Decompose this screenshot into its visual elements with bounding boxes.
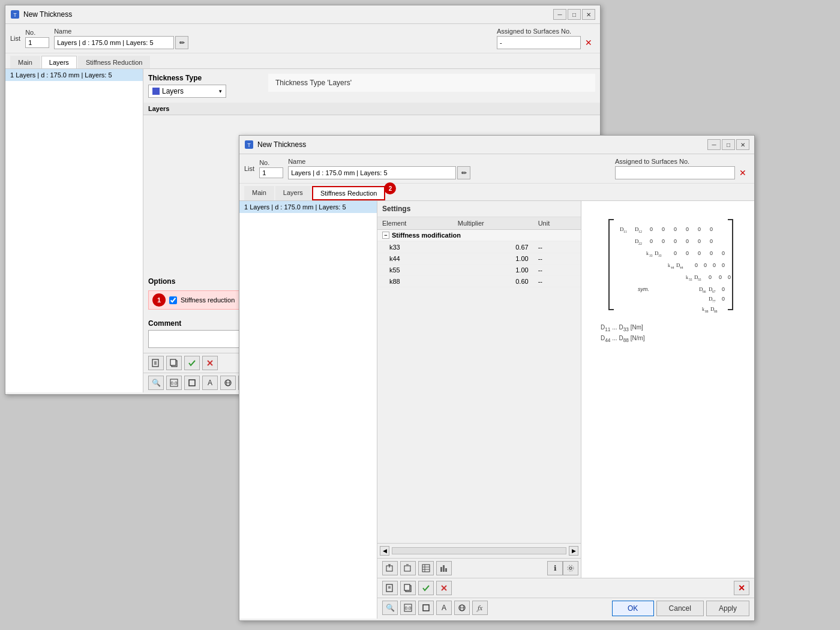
name-field-bg: Name ✏ [54, 28, 188, 49]
layers-icon [152, 88, 160, 95]
rect-icon-btn-fg[interactable] [418, 601, 434, 615]
number-icon-btn-bg[interactable]: 0.0 [166, 376, 182, 390]
apply-button[interactable]: Apply [706, 601, 749, 616]
layers-header: Layers [143, 103, 600, 115]
legend-line1: D11 ... D33 [Nm] [601, 324, 745, 332]
ok-button[interactable]: OK [612, 601, 654, 616]
svg-text:0: 0 [704, 262, 707, 268]
rect-icon-btn-bg[interactable] [184, 376, 200, 390]
no-input-fg[interactable] [259, 167, 283, 178]
minimize-btn-bg[interactable]: ─ [553, 9, 566, 20]
thickness-dropdown[interactable]: Layers ▾ [148, 85, 226, 98]
no-label-fg: No. [259, 159, 283, 166]
svg-text:0: 0 [722, 250, 725, 256]
svg-point-30 [569, 567, 572, 569]
copy-btn-bg[interactable] [166, 356, 182, 370]
surfaces-input-bg[interactable] [497, 36, 581, 49]
maximize-btn-fg[interactable]: □ [722, 139, 735, 150]
export-btn[interactable] [382, 561, 398, 575]
scroll-right-btn[interactable]: ▶ [569, 546, 578, 556]
group-label-stiffness: Stiffness modification [392, 232, 461, 239]
svg-text:k: k [668, 263, 670, 268]
tab-stiffness-wrapper: Stiffness Reduction 2 [312, 186, 387, 200]
window-controls-bg: ─ □ ✕ [553, 9, 595, 20]
close-btn-fg[interactable]: ✕ [736, 139, 749, 150]
svg-text:0: 0 [686, 250, 689, 256]
close-btn-bg[interactable]: ✕ [582, 9, 595, 20]
cell-k33-multiplier[interactable]: 0.67 [453, 242, 533, 253]
list-item-fg-1[interactable]: 1 Layers | d : 175.0 mm | Layers: 5 [239, 201, 377, 213]
minimize-btn-fg[interactable]: ─ [707, 139, 721, 150]
tab-layers-fg[interactable]: Layers [275, 186, 311, 200]
surfaces-label-bg: Assigned to Surfaces No. [497, 28, 595, 35]
svg-rect-23 [422, 565, 430, 572]
name-input-fg[interactable] [288, 166, 456, 179]
svg-text:0: 0 [695, 262, 698, 268]
name-input-bg[interactable] [54, 36, 174, 49]
globe-icon-btn-fg[interactable] [454, 601, 470, 615]
new-btn-bg[interactable] [148, 356, 164, 370]
check-ok-btn-fg[interactable] [418, 581, 434, 595]
cell-k55-multiplier[interactable]: 1.00 [453, 265, 533, 276]
stiffness-reduction-checkbox[interactable] [169, 296, 177, 304]
search-icon-btn-bg[interactable]: 🔍 [148, 376, 164, 390]
pin-btn-bg[interactable]: ✕ [582, 36, 595, 49]
svg-text:22: 22 [638, 242, 642, 245]
info-toolbar [380, 559, 454, 578]
legend-line2: D44 ... D88 [N/m] [601, 335, 745, 343]
collapse-btn[interactable]: − [382, 232, 389, 239]
settings2-btn[interactable] [563, 561, 578, 575]
settings-table: Element Multiplier Unit [377, 217, 581, 287]
scroll-left-btn[interactable]: ◀ [380, 546, 389, 556]
scroll-track[interactable] [392, 547, 566, 554]
number-icon-btn-fg[interactable]: 0.0 [400, 601, 416, 615]
table-view-btn[interactable] [418, 561, 434, 575]
export2-btn[interactable] [400, 561, 416, 575]
name-edit-btn-bg[interactable]: ✏ [175, 36, 188, 49]
pin-btn-fg[interactable]: ✕ [736, 166, 749, 179]
surfaces-field-bg: Assigned to Surfaces No. ✕ [497, 28, 595, 49]
svg-point-31 [568, 565, 574, 571]
check-ok-btn-bg[interactable] [184, 356, 200, 370]
tab-stiffness-fg[interactable]: Stiffness Reduction [312, 186, 386, 200]
surfaces-input-fg[interactable] [615, 166, 735, 179]
copy-btn-fg[interactable] [400, 581, 416, 595]
cell-k88-multiplier[interactable]: 0.60 [453, 276, 533, 287]
cell-k33-element: k33 [377, 242, 453, 253]
search-icon-btn-fg[interactable]: 🔍 [382, 601, 398, 615]
tab-main-bg[interactable]: Main [10, 56, 40, 68]
check-x-btn-bg[interactable] [202, 356, 218, 370]
tab-stiffness-bg[interactable]: Stiffness Reduction [78, 56, 151, 68]
list-item-bg-1[interactable]: 1 Layers | d : 175.0 mm | Layers: 5 [5, 69, 143, 81]
fx-icon-btn-fg[interactable]: 𝑓𝑥 [472, 601, 488, 615]
stiffness-reduction-label: Stiffness reduction [181, 296, 235, 304]
no-input-bg[interactable] [25, 37, 49, 48]
svg-rect-96 [423, 605, 429, 611]
check-x-btn-fg[interactable] [436, 581, 452, 595]
tab-layers-bg[interactable]: Layers [41, 56, 77, 68]
name-edit-btn-fg[interactable]: ✏ [457, 166, 470, 179]
col-element: Element [377, 217, 453, 230]
header-row-fg: List No. Name ✏ Assigned to Surfaces No.… [239, 154, 754, 184]
svg-rect-91 [404, 584, 410, 590]
text-icon-btn-bg[interactable]: A [202, 376, 218, 390]
new-btn-fg[interactable] [382, 581, 398, 595]
svg-text:0: 0 [698, 226, 701, 232]
svg-text:88: 88 [705, 310, 709, 313]
text-icon-btn-fg[interactable]: A [436, 601, 452, 615]
svg-text:67: 67 [712, 290, 716, 293]
info-btn[interactable]: ℹ [547, 561, 563, 575]
tabs-row-fg: Main Layers Stiffness Reduction 2 [239, 184, 754, 201]
col-unit: Unit [533, 217, 581, 230]
cell-k44-multiplier[interactable]: 1.00 [453, 253, 533, 265]
cancel-button[interactable]: Cancel [656, 601, 704, 616]
title-bar-bg: T New Thickness ─ □ ✕ [5, 5, 600, 24]
maximize-btn-bg[interactable]: □ [568, 9, 581, 20]
chart-btn[interactable] [436, 561, 452, 575]
window-icon-fg: T [244, 140, 254, 149]
svg-text:33: 33 [649, 254, 653, 257]
globe-icon-btn-bg[interactable] [220, 376, 236, 390]
delete-btn-fg[interactable]: ✕ [734, 581, 749, 595]
svg-text:0: 0 [662, 238, 665, 244]
tab-main-fg[interactable]: Main [244, 186, 274, 200]
